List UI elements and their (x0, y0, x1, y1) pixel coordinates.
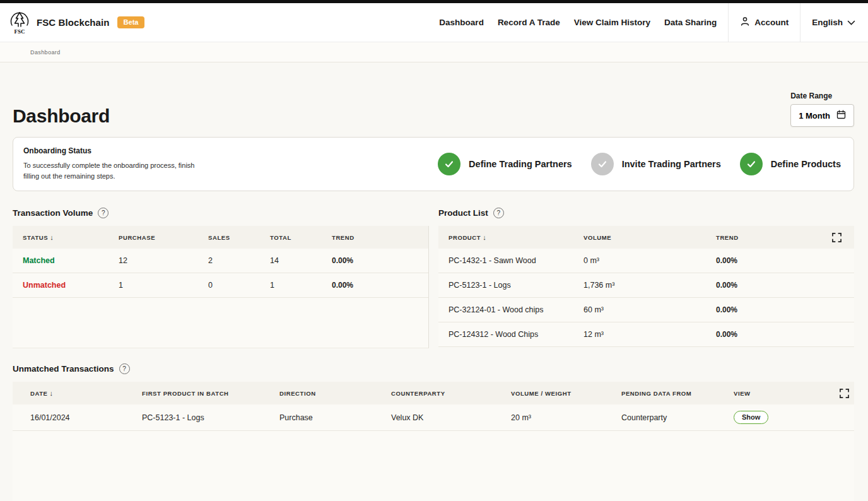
product-list-panel: Product List ? PRODUCT↓ VOLUME TREND PC-… (438, 208, 854, 348)
product-name: PC-5123-1 - Logs (438, 281, 584, 290)
table-row: PC-124312 - Wood Chips 12 m³ 0.00% (438, 322, 854, 347)
column-header-total: TOTAL (270, 234, 332, 241)
status-unmatched: Unmatched (13, 281, 119, 290)
person-icon (740, 16, 750, 28)
chevron-down-icon (847, 18, 855, 27)
unmatched-transactions-title: Unmatched Transactions (13, 364, 114, 374)
step-label: Invite Trading Partners (622, 159, 721, 169)
transaction-volume-title-row: Transaction Volume ? (13, 208, 429, 218)
total-value: 14 (270, 256, 332, 265)
expand-icon[interactable] (840, 389, 849, 398)
volume-weight: 20 m³ (511, 413, 621, 422)
fsc-logo-icon: FSC (9, 8, 30, 37)
product-volume: 1,736 m³ (584, 281, 716, 290)
nav-item-data-sharing[interactable]: Data Sharing (664, 18, 717, 27)
transaction-volume-title: Transaction Volume (13, 208, 93, 218)
sort-desc-icon: ↓ (50, 389, 54, 397)
unmatched-transactions-panel: Unmatched Transactions ? DATE↓ FIRST PRO… (13, 363, 854, 501)
svg-text:FSC: FSC (14, 28, 25, 35)
check-circle-icon (740, 153, 763, 175)
onboarding-text: Onboarding Status To successfully comple… (23, 146, 195, 182)
column-header-trend: TREND (716, 234, 824, 241)
product-volume: 60 m³ (584, 305, 716, 314)
app-header: FSC FSC Blockchain Beta Dashboard Record… (0, 3, 868, 42)
check-circle-icon-pending (591, 153, 614, 175)
product-list-table: PRODUCT↓ VOLUME TREND PC-1432-1 - Sawn W… (438, 226, 854, 347)
breadcrumb[interactable]: Dashboard (30, 49, 61, 56)
main-content: Dashboard Date Range 1 Month Onboarding … (0, 91, 868, 501)
trend-value: 0.00% (716, 305, 824, 314)
nav-item-dashboard[interactable]: Dashboard (439, 18, 484, 27)
step-label: Define Products (771, 159, 841, 169)
column-header-sales: SALES (208, 234, 270, 241)
help-icon[interactable]: ? (493, 208, 504, 218)
trend-value: 0.00% (716, 281, 824, 290)
table-row: 16/01/2024 PC-5123-1 - Logs Purchase Vel… (13, 404, 854, 431)
product-name: PC-32124-01 - Wood chips (438, 305, 584, 314)
header-divider (800, 3, 801, 42)
onboarding-steps: Define Trading Partners Invite Trading P… (438, 153, 841, 175)
expand-cell (840, 389, 862, 398)
column-header-first-product: FIRST PRODUCT IN BATCH (142, 390, 279, 397)
step-label: Define Trading Partners (469, 159, 572, 169)
column-header-purchase: PURCHASE (119, 234, 208, 241)
transaction-volume-panel: Transaction Volume ? STATUS↓ PURCHASE SA… (13, 208, 429, 348)
onboarding-step-invite-trading-partners: Invite Trading Partners (591, 153, 721, 175)
trend-value: 0.00% (716, 330, 824, 339)
status-matched: Matched (13, 256, 119, 265)
header-divider (728, 3, 729, 42)
column-header-volume-weight: VOLUME / WEIGHT (511, 390, 621, 397)
brand-name: FSC Blockchain (37, 17, 110, 28)
transaction-date: 16/01/2024 (13, 413, 142, 422)
onboarding-status-card: Onboarding Status To successfully comple… (13, 137, 854, 191)
check-circle-icon (438, 153, 460, 175)
column-header-counterparty: COUNTERPARTY (391, 390, 511, 397)
account-label: Account (754, 18, 789, 27)
dashboard-panels: Transaction Volume ? STATUS↓ PURCHASE SA… (13, 208, 854, 348)
transaction-volume-header: STATUS↓ PURCHASE SALES TOTAL TREND (13, 226, 428, 249)
first-product-in-batch: PC-5123-1 - Logs (142, 413, 279, 422)
expand-cell (824, 233, 854, 242)
help-icon[interactable]: ? (98, 208, 108, 218)
trend-value: 0.00% (716, 256, 824, 265)
brand[interactable]: FSC FSC Blockchain Beta (9, 8, 144, 37)
onboarding-title: Onboarding Status (23, 146, 195, 155)
calendar-icon (836, 110, 846, 121)
date-range: Date Range 1 Month (790, 91, 854, 127)
date-range-button[interactable]: 1 Month (790, 104, 854, 127)
column-header-volume: VOLUME (584, 234, 716, 241)
breadcrumb-bar: Dashboard (0, 42, 868, 62)
column-header-date[interactable]: DATE↓ (13, 389, 142, 397)
purchase-value: 12 (119, 256, 208, 265)
total-value: 1 (270, 281, 332, 290)
column-header-trend: TREND (332, 234, 428, 241)
counterparty: Velux DK (391, 413, 511, 422)
column-header-status[interactable]: STATUS↓ (13, 233, 119, 241)
transaction-volume-table: STATUS↓ PURCHASE SALES TOTAL TREND Match… (13, 226, 429, 348)
language-selector[interactable]: English (812, 18, 855, 27)
product-name: PC-1432-1 - Sawn Wood (438, 256, 584, 265)
product-volume: 0 m³ (584, 256, 716, 265)
account-button[interactable]: Account (740, 16, 789, 28)
view-cell: Show (734, 411, 840, 424)
column-header-view: VIEW (734, 390, 840, 397)
nav-item-view-claim-history[interactable]: View Claim History (574, 18, 650, 27)
language-label: English (812, 18, 843, 27)
table-row: PC-1432-1 - Sawn Wood 0 m³ 0.00% (438, 249, 854, 273)
date-range-label: Date Range (790, 91, 854, 100)
product-list-title: Product List (438, 208, 488, 218)
onboarding-step-define-products: Define Products (740, 153, 841, 175)
product-volume: 12 m³ (584, 330, 716, 339)
help-icon[interactable]: ? (119, 363, 130, 374)
unmatched-transactions-title-row: Unmatched Transactions ? (13, 363, 854, 374)
show-button[interactable]: Show (734, 411, 768, 424)
column-header-product[interactable]: PRODUCT↓ (438, 233, 584, 241)
page-head: Dashboard Date Range 1 Month (13, 91, 854, 127)
page-title: Dashboard (13, 105, 110, 127)
unmatched-transactions-header: DATE↓ FIRST PRODUCT IN BATCH DIRECTION C… (13, 382, 854, 404)
trend-value: 0.00% (332, 256, 428, 265)
purchase-value: 1 (119, 281, 208, 290)
product-list-title-row: Product List ? (438, 208, 854, 218)
expand-icon[interactable] (832, 233, 842, 242)
nav-item-record-a-trade[interactable]: Record A Trade (498, 18, 560, 27)
